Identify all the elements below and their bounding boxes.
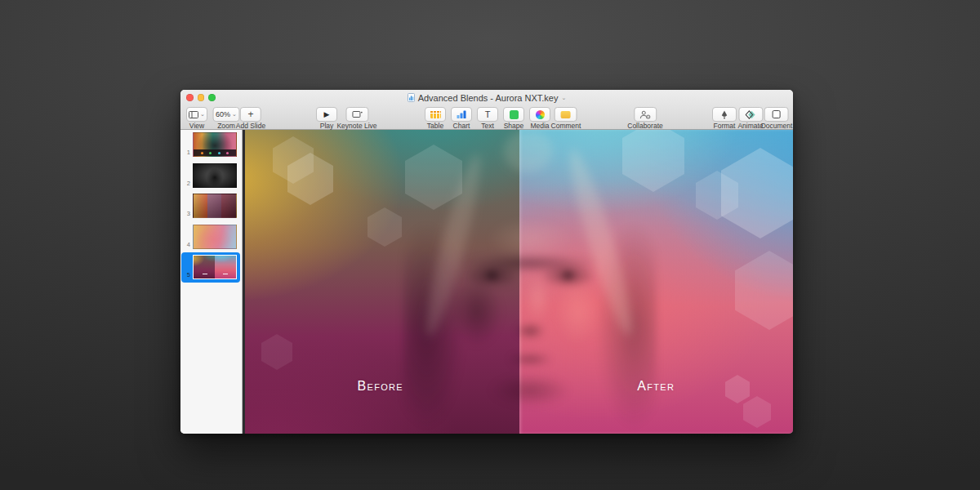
slide-number: 4	[180, 241, 190, 248]
table-grid-icon	[430, 110, 441, 118]
media-label: Media	[530, 122, 549, 130]
zoom-window-button[interactable]	[208, 94, 216, 101]
toolbar: ⌄ View 60% ⌄ Zoom + Add Slide ▶	[180, 105, 793, 129]
title-bar[interactable]: Advanced Blends - Aurora NXT.key ⌄	[180, 90, 793, 105]
add-slide-label: Add Slide	[236, 122, 265, 130]
keynote-window: Advanced Blends - Aurora NXT.key ⌄ ⌄ Vie…	[180, 90, 793, 434]
thumb-before-text-mark	[203, 274, 207, 275]
tool-animate: Animate	[737, 107, 763, 130]
play-button[interactable]: ▶	[316, 107, 337, 122]
tool-collaborate: Collaborate	[627, 107, 662, 130]
thumbnail-color-dots	[194, 149, 236, 156]
window-title-group: Advanced Blends - Aurora NXT.key ⌄	[180, 90, 793, 105]
plus-icon: +	[247, 109, 253, 119]
slide-number: 1	[180, 149, 190, 156]
zoom-label: Zoom	[217, 122, 235, 130]
slide-canvas: Before After	[243, 130, 793, 434]
tool-keynote-live: Keynote Live	[336, 107, 376, 130]
main-area: 1 2 3 4	[180, 130, 793, 434]
view-button[interactable]: ⌄	[186, 107, 207, 122]
tool-add-slide: + Add Slide	[236, 107, 265, 130]
chart-button[interactable]	[451, 107, 472, 122]
view-panels-icon	[189, 111, 198, 118]
tool-view: ⌄ View	[186, 107, 207, 130]
title-chevron-icon[interactable]: ⌄	[561, 95, 566, 101]
bar-chart-icon	[457, 110, 466, 118]
after-text-box[interactable]: After	[637, 379, 675, 394]
slide-number: 2	[180, 180, 190, 187]
comment-label: Comment	[551, 122, 581, 130]
thumb-before-half	[194, 256, 215, 278]
green-dot	[209, 152, 212, 154]
tool-document: Document	[761, 107, 793, 130]
traffic-lights	[186, 94, 216, 101]
slide-thumbnail-2[interactable]	[193, 163, 237, 188]
chart-label: Chart	[453, 122, 470, 130]
before-text-box[interactable]: Before	[358, 379, 403, 394]
media-button[interactable]	[529, 107, 550, 122]
comment-button[interactable]	[555, 107, 577, 122]
chevron-down-icon: ⌄	[200, 112, 205, 117]
table-button[interactable]	[425, 107, 446, 122]
tool-chart: Chart	[451, 107, 472, 130]
slide-row-3[interactable]: 3	[180, 194, 242, 218]
text-button[interactable]: T	[477, 107, 498, 122]
tool-comment: Comment	[551, 107, 581, 130]
keynote-live-button[interactable]	[345, 107, 368, 122]
document-button[interactable]	[764, 107, 789, 122]
color-wheel-icon	[536, 110, 545, 119]
minimize-button[interactable]	[198, 94, 205, 101]
animate-label: Animate	[737, 122, 763, 130]
cyan-dot	[218, 152, 220, 154]
slide-row-5-selected[interactable]: 5	[180, 255, 242, 279]
tool-format: Format	[712, 107, 737, 130]
pink-dot	[226, 152, 229, 154]
animate-button[interactable]	[738, 107, 763, 122]
format-brush-icon	[719, 110, 729, 119]
keynote-document-icon[interactable]	[408, 93, 415, 102]
shape-label: Shape	[504, 122, 524, 130]
tool-table: Table	[425, 107, 446, 130]
view-label: View	[189, 122, 204, 130]
format-button[interactable]	[712, 107, 737, 122]
green-square-icon	[510, 110, 519, 119]
slide-thumbnail-5[interactable]	[193, 255, 237, 279]
slide-number: 5	[180, 271, 190, 278]
tool-shape: Shape	[503, 107, 524, 130]
format-label: Format	[714, 122, 736, 130]
table-label: Table	[427, 122, 443, 130]
document-page-icon	[773, 110, 781, 118]
thumb-after-half	[215, 256, 236, 278]
tool-play: ▶ Play	[316, 107, 337, 130]
slide-5-editor[interactable]: Before After	[245, 130, 793, 434]
display-live-icon	[351, 110, 363, 118]
comment-bubble-icon	[561, 111, 571, 118]
zoom-value: 60%	[216, 110, 230, 118]
slide-thumbnail-3[interactable]	[193, 194, 237, 218]
slide-navigator: 1 2 3 4	[180, 130, 243, 434]
collaborate-label: Collaborate	[627, 122, 662, 130]
tool-text: T Text	[477, 107, 498, 130]
keynote-live-label: Keynote Live	[336, 122, 376, 130]
window-chrome: Advanced Blends - Aurora NXT.key ⌄ ⌄ Vie…	[180, 90, 793, 130]
thumb-after-text-mark	[223, 274, 228, 275]
slide-thumbnail-4[interactable]	[193, 225, 237, 249]
slide-row-1[interactable]: 1	[180, 132, 242, 157]
orange-dot	[201, 152, 203, 154]
animate-diamond-icon	[746, 110, 756, 119]
play-label: Play	[320, 122, 334, 130]
document-label: Document	[761, 122, 793, 130]
add-slide-button[interactable]: +	[240, 107, 261, 122]
desktop-background: { "window": { "title": "Advanced Blends …	[0, 0, 980, 490]
slide-thumbnail-1[interactable]	[193, 132, 237, 157]
shape-button[interactable]	[503, 107, 524, 122]
window-title: Advanced Blends - Aurora NXT.key	[418, 93, 559, 103]
slide-row-4[interactable]: 4	[180, 225, 242, 249]
play-icon: ▶	[324, 110, 330, 118]
slide-row-2[interactable]: 2	[180, 163, 242, 188]
collaborate-button[interactable]	[634, 107, 657, 122]
close-button[interactable]	[186, 94, 194, 101]
slide-number: 3	[180, 210, 190, 217]
text-label: Text	[481, 122, 494, 130]
collaborate-person-icon	[639, 110, 651, 119]
